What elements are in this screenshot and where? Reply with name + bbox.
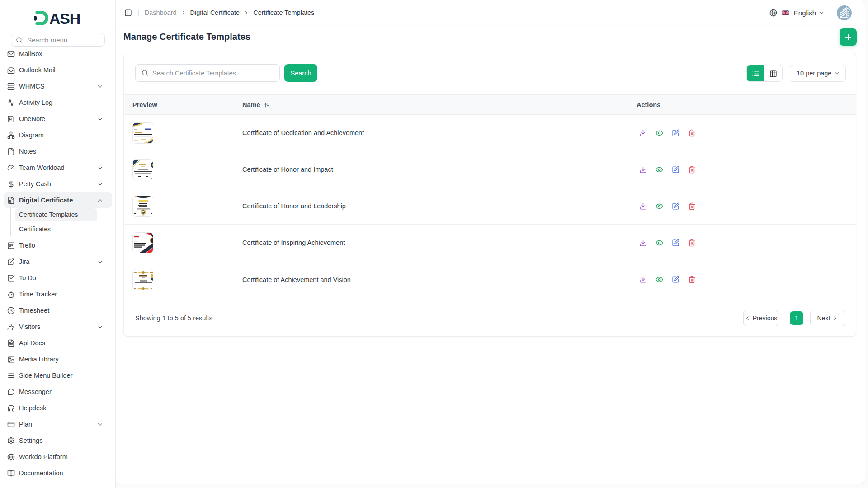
svg-text:ASH: ASH (49, 11, 80, 25)
